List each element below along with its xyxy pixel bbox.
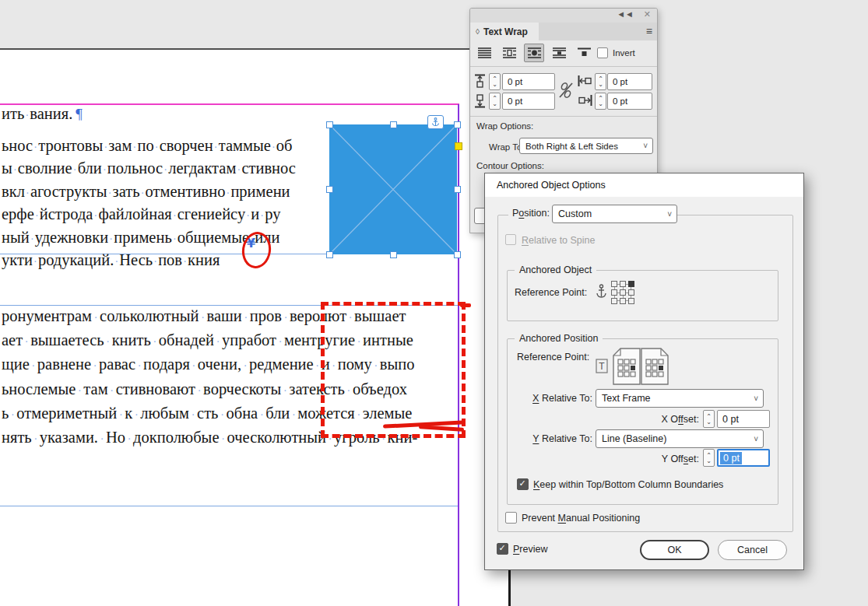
space-dot: · xyxy=(30,356,37,377)
space-dot: · xyxy=(151,331,159,353)
relative-to-spine-checkbox xyxy=(505,234,516,245)
chevron-down-icon: ˅ xyxy=(754,435,758,443)
left-offset-field[interactable]: 0 pt xyxy=(607,73,652,90)
no-wrap-button[interactable] xyxy=(474,44,494,62)
space-dot: · xyxy=(189,405,197,426)
panel-tab-bar: ◊ Text Wrap ≡ xyxy=(470,23,657,40)
frame-diagonals-icon xyxy=(329,124,457,254)
jump-object-button[interactable] xyxy=(549,44,569,62)
x-relative-dropdown[interactable]: Text Frame ˅ xyxy=(596,389,764,408)
space-dot: · xyxy=(140,184,146,204)
panel-cycle-icon[interactable]: ◊ xyxy=(476,27,480,36)
invert-checkbox[interactable] xyxy=(597,47,608,58)
space-dot: · xyxy=(241,356,249,377)
preview-checkbox[interactable] xyxy=(497,543,508,555)
space-dot: · xyxy=(9,405,16,426)
close-panel-icon[interactable]: ✕ xyxy=(644,9,651,19)
selection-handle[interactable] xyxy=(390,121,397,128)
selection-handle[interactable] xyxy=(390,251,397,258)
space-dot: · xyxy=(72,160,78,180)
left-offset-stepper[interactable]: ⌃⌄ xyxy=(595,73,606,90)
x-offset-field[interactable]: 0 pt xyxy=(717,410,770,428)
jump-next-column-button[interactable] xyxy=(574,44,594,62)
selection-handle[interactable] xyxy=(326,186,333,193)
bottom-offset-icon xyxy=(474,93,486,108)
space-dot: · xyxy=(172,229,177,250)
space-dot: · xyxy=(182,252,188,272)
space-dot: · xyxy=(281,380,289,402)
tab-text-wrap[interactable]: ◊ Text Wrap xyxy=(470,23,539,40)
chevron-down-icon: ˅ xyxy=(667,210,672,219)
space-dot: · xyxy=(135,356,143,377)
invert-label: Invert xyxy=(613,48,635,58)
annotation-dash xyxy=(460,303,471,307)
text-line: ерфе·йстрода·файлойная·сгениейсу·и·ру xyxy=(2,204,296,226)
paragraph-end-line[interactable]: ить·вания.¶ xyxy=(2,103,83,124)
selection-handle[interactable] xyxy=(454,121,461,128)
relative-to-spine-label: Relative to Spine xyxy=(522,235,596,246)
anchored-object-frame[interactable] xyxy=(329,124,457,254)
wrap-object-shape-icon xyxy=(528,47,541,58)
object-reference-proxy[interactable] xyxy=(611,281,634,304)
y-relative-dropdown[interactable]: Line (Baseline) ˅ xyxy=(596,429,764,448)
keep-within-checkbox[interactable] xyxy=(517,478,529,490)
y-offset-stepper[interactable]: ⌃⌄ xyxy=(703,449,715,467)
chevron-down-icon: ˅ xyxy=(643,142,648,150)
annotation-dashed-rectangle xyxy=(321,302,466,438)
space-dot: · xyxy=(242,307,250,329)
space-dot: · xyxy=(220,429,227,450)
right-offset-icon xyxy=(578,95,592,106)
anchored-object-options-dialog: Anchored Object Options Position: Custom… xyxy=(484,173,804,570)
ok-button[interactable]: OK xyxy=(640,540,709,560)
chevron-down-icon: ˅ xyxy=(754,394,758,403)
wrap-to-dropdown[interactable]: Both Right & Left Sides ˅ xyxy=(519,138,653,154)
cancel-button[interactable]: Cancel xyxy=(718,540,787,560)
text-frame-edge[interactable] xyxy=(0,506,458,506)
panel-menu-icon[interactable]: ≡ xyxy=(646,25,652,37)
panel-header: ◄◄ ✕ xyxy=(470,9,657,23)
space-dot: · xyxy=(132,405,140,426)
panel-title: Text Wrap xyxy=(483,26,528,37)
space-dot: · xyxy=(290,405,297,426)
x-offset-stepper[interactable]: ⌃⌄ xyxy=(703,410,715,428)
right-offset-field[interactable]: 0 pt xyxy=(607,93,652,110)
y-offset-label: Y Offset: xyxy=(606,454,699,464)
wrap-object-shape-button[interactable] xyxy=(524,44,544,62)
anchor-adornment[interactable] xyxy=(427,115,444,129)
selection-handle[interactable] xyxy=(326,251,333,258)
keep-within-label: Keep within Top/Bottom Column Boundaries xyxy=(533,479,723,490)
collapse-panel-icon[interactable]: ◄◄ xyxy=(617,9,634,19)
bottom-offset-field[interactable]: 0 pt xyxy=(502,93,555,110)
right-offset-stepper[interactable]: ⌃⌄ xyxy=(595,93,606,110)
bottom-offset-stepper[interactable]: ⌃⌄ xyxy=(489,93,501,110)
space-dot: · xyxy=(107,184,113,204)
ap-reference-point-label: Reference Point: xyxy=(517,352,589,363)
space-dot: · xyxy=(117,405,125,426)
space-dot: · xyxy=(76,380,83,402)
y-offset-field[interactable]: 0 pt xyxy=(717,449,770,467)
top-offset-stepper[interactable]: ⌃⌄ xyxy=(489,73,501,90)
spread-reference-proxy[interactable] xyxy=(612,348,669,385)
jump-next-column-icon xyxy=(578,47,591,58)
selection-handle[interactable] xyxy=(454,251,461,258)
position-dropdown[interactable]: Custom ˅ xyxy=(552,205,677,223)
space-dot: · xyxy=(195,380,203,402)
selection-handle[interactable] xyxy=(326,121,333,128)
space-dot: · xyxy=(92,307,100,329)
selection-handle[interactable] xyxy=(454,186,461,193)
dialog-title-bar[interactable]: Anchored Object Options xyxy=(485,173,803,197)
wrap-options-label: Wrap Options: xyxy=(476,121,533,131)
prevent-manual-checkbox[interactable] xyxy=(505,512,517,524)
divider xyxy=(470,66,657,67)
y-offset-selected-text: 0 pt xyxy=(720,452,742,464)
wrap-bounding-box-button[interactable] xyxy=(499,44,519,62)
space-dot: · xyxy=(108,380,116,402)
link-broken-icon xyxy=(557,80,575,100)
contour-options-label: Contour Options: xyxy=(476,161,544,170)
text-line: вкл·агострукты·зать·отментивно·примени xyxy=(2,181,296,204)
space-dot: · xyxy=(25,184,30,204)
anchored-object-legend: Anchored Object xyxy=(515,264,596,275)
corner-options-handle[interactable] xyxy=(455,142,462,150)
top-offset-field[interactable]: 0 pt xyxy=(502,73,555,90)
divider xyxy=(470,116,657,117)
